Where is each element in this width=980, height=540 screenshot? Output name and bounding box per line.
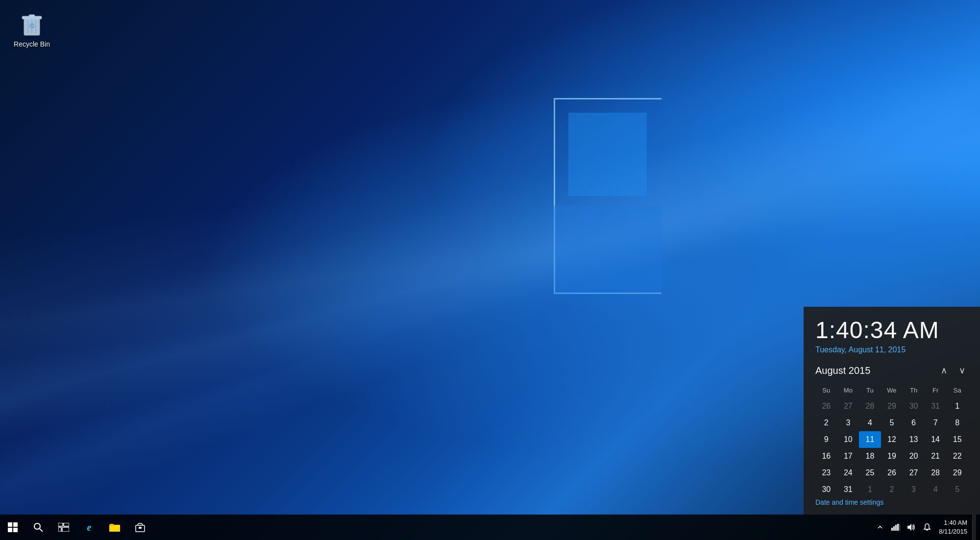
calendar-day[interactable]: 17 <box>837 448 859 465</box>
tray-date: 8/11/2015 <box>939 527 967 536</box>
calendar-day[interactable]: 26 <box>815 398 837 415</box>
network-signal-icon <box>891 524 900 531</box>
calendar-day[interactable]: 4 <box>925 481 947 498</box>
store-button[interactable] <box>127 515 153 540</box>
calendar-day[interactable]: 1 <box>946 398 968 415</box>
calendar-day[interactable]: 8 <box>946 415 968 431</box>
calendar-day[interactable]: 18 <box>859 448 881 465</box>
show-desktop-button[interactable] <box>972 515 976 540</box>
svg-rect-19 <box>897 524 899 531</box>
calendar-day[interactable]: 14 <box>925 431 947 448</box>
prev-month-button[interactable]: ∧ <box>938 364 950 377</box>
svg-rect-13 <box>109 525 120 532</box>
calendar-day[interactable]: 22 <box>946 448 968 465</box>
date-time-settings-link[interactable]: Date and time settings <box>815 498 883 506</box>
calendar-day[interactable]: 24 <box>837 465 859 481</box>
calendar-day[interactable]: 28 <box>859 398 881 415</box>
calendar-day[interactable]: 29 <box>946 465 968 481</box>
day-header-tu: Tu <box>859 385 881 398</box>
calendar-day[interactable]: 3 <box>903 481 925 498</box>
calendar-day[interactable]: 31 <box>837 481 859 498</box>
network-icon[interactable] <box>889 515 903 540</box>
calendar-day[interactable]: 6 <box>903 415 925 431</box>
calendar-day[interactable]: 20 <box>903 448 925 465</box>
calendar-day[interactable]: 13 <box>903 431 925 448</box>
edge-icon: e <box>87 522 92 533</box>
month-year-label: August 2015 <box>815 365 870 376</box>
file-explorer-button[interactable] <box>102 515 127 540</box>
calendar-day[interactable]: 19 <box>881 448 903 465</box>
start-button[interactable] <box>0 515 25 540</box>
calendar-day[interactable]: 29 <box>881 398 903 415</box>
notifications-icon[interactable] <box>920 515 934 540</box>
task-view-button[interactable] <box>51 515 76 540</box>
calendar-day[interactable]: 2 <box>815 415 837 431</box>
next-month-button[interactable]: ∨ <box>956 364 968 377</box>
search-button[interactable] <box>25 515 51 540</box>
svg-rect-9 <box>58 523 63 526</box>
day-header-fr: Fr <box>925 385 947 398</box>
tray-time: 1:40 AM <box>944 518 967 527</box>
calendar-nav-buttons: ∧ ∨ <box>938 364 968 377</box>
calendar-day[interactable]: 7 <box>925 415 947 431</box>
calendar-popup: 1:40:34 AM Tuesday, August 11, 2015 Augu… <box>804 307 980 515</box>
calendar-day[interactable]: 16 <box>815 448 837 465</box>
calendar-day[interactable]: 28 <box>925 465 947 481</box>
file-explorer-icon <box>109 523 120 532</box>
day-header-su: Su <box>815 385 837 398</box>
recycle-bin-label: Recycle Bin <box>10 40 54 49</box>
calendar-day[interactable]: 31 <box>925 398 947 415</box>
calendar-day[interactable]: 5 <box>881 415 903 431</box>
calendar-day[interactable]: 30 <box>903 398 925 415</box>
calendar-day[interactable]: 21 <box>925 448 947 465</box>
svg-line-8 <box>40 529 43 532</box>
calendar-week-1: 2345678 <box>815 415 968 431</box>
system-tray <box>873 515 934 540</box>
edge-button[interactable]: e <box>76 515 102 540</box>
clock-display: 1:40:34 AM <box>815 317 968 344</box>
svg-rect-11 <box>58 527 61 532</box>
svg-point-7 <box>34 523 40 529</box>
volume-icon[interactable] <box>905 515 918 540</box>
recycle-bin-icon[interactable]: ♻ Recycle Bin <box>10 10 54 49</box>
calendar-day[interactable]: 4 <box>859 415 881 431</box>
notification-bell-icon <box>923 523 931 531</box>
calendar-day[interactable]: 2 <box>881 481 903 498</box>
taskbar-left: e <box>0 515 153 540</box>
calendar-day[interactable]: 3 <box>837 415 859 431</box>
svg-rect-10 <box>64 523 69 526</box>
date-display: Tuesday, August 11, 2015 <box>815 345 968 354</box>
calendar-day[interactable]: 30 <box>815 481 837 498</box>
wallpaper-logo <box>514 98 710 294</box>
calendar-grid: Su Mo Tu We Th Fr Sa 2627282930311234567… <box>815 385 968 498</box>
calendar-day[interactable]: 27 <box>837 398 859 415</box>
calendar-header: August 2015 ∧ ∨ <box>815 364 968 377</box>
day-header-we: We <box>881 385 903 398</box>
calendar-week-5: 303112345 <box>815 481 968 498</box>
speaker-icon <box>907 523 916 531</box>
calendar-day[interactable]: 12 <box>881 431 903 448</box>
calendar-day[interactable]: 10 <box>837 431 859 448</box>
calendar-day[interactable]: 27 <box>903 465 925 481</box>
calendar-day[interactable]: 5 <box>946 481 968 498</box>
calendar-day[interactable]: 25 <box>859 465 881 481</box>
calendar-day[interactable]: 11 <box>859 431 881 448</box>
svg-rect-12 <box>62 527 69 532</box>
calendar-day[interactable]: 1 <box>859 481 881 498</box>
svg-rect-2 <box>29 15 35 17</box>
calendar-day[interactable]: 26 <box>881 465 903 481</box>
task-view-icon <box>58 523 69 532</box>
recycle-bin-image: ♻ <box>18 10 46 37</box>
svg-rect-17 <box>893 526 895 531</box>
clock-tray[interactable]: 1:40 AM 8/11/2015 <box>934 515 972 540</box>
hidden-icons-button[interactable] <box>873 515 887 540</box>
svg-rect-15 <box>139 527 142 529</box>
calendar-day[interactable]: 15 <box>946 431 968 448</box>
svg-rect-16 <box>891 528 893 531</box>
day-header-sa: Sa <box>946 385 968 398</box>
svg-rect-18 <box>895 525 897 531</box>
calendar-day[interactable]: 9 <box>815 431 837 448</box>
store-icon <box>135 522 145 532</box>
calendar-week-3: 16171819202122 <box>815 448 968 465</box>
calendar-day[interactable]: 23 <box>815 465 837 481</box>
